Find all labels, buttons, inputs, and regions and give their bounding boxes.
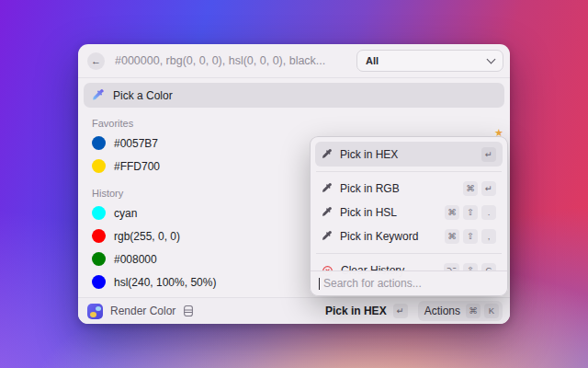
actions-button-label: Actions [424,305,460,317]
color-swatch [92,159,106,173]
color-swatch [92,136,106,150]
actions-search-input[interactable] [322,276,499,291]
eyedropper-icon [322,207,333,218]
pick-a-color-label: Pick a Color [113,89,173,102]
action-label: Pick in HSL [340,206,441,219]
action-pick-in-hsl[interactable]: Pick in HSL ⌘ ⇧ . [315,201,503,224]
actions-search-bar [311,270,507,295]
color-label: #FFD700 [114,160,160,173]
app-name-label: Render Color [110,305,175,317]
return-key-badge: ↵ [393,304,408,318]
command-key-badge: ⌘ [445,205,459,220]
shift-key-badge: ⇧ [463,229,478,244]
eyedropper-icon [322,183,333,194]
printer-icon [182,305,195,317]
period-key-badge: . [481,205,496,220]
command-key-badge: ⌘ [445,229,459,244]
render-color-app-icon [87,304,103,319]
footer-actions: Pick in HEX ↵ Actions ⌘ K [325,301,503,321]
action-pick-in-rgb[interactable]: Pick in RGB ⌘ ↵ [315,177,503,201]
color-swatch [92,275,106,289]
back-button[interactable]: ← [87,52,105,70]
search-input[interactable] [113,53,356,68]
action-label: Pick in RGB [340,182,459,195]
filter-dropdown[interactable]: All [356,50,503,72]
back-arrow-icon: ← [91,55,101,66]
header: ← All [78,44,510,78]
chevron-down-icon [487,54,496,63]
color-label: #0057B7 [114,137,158,150]
eyedropper-icon [92,89,105,102]
panel-divider [316,253,502,254]
palette-dot [90,312,96,317]
footer: Render Color Pick in HEX ↵ Actions ⌘ K [78,297,510,324]
color-label: hsl(240, 100%, 50%) [114,276,216,289]
launcher-window: ← All Pick a Color Favorites #0057B7 #FF… [78,44,510,324]
color-label: #008000 [114,253,157,266]
panel-divider [316,171,502,172]
section-title-favorites: Favorites [92,118,504,129]
color-label: cyan [114,207,137,220]
filter-dropdown-value: All [366,55,488,66]
color-label: rgb(255, 0, 0) [114,230,180,243]
color-swatch [92,206,106,220]
actions-panel: Pick in HEX ↵ Pick in RGB ⌘ ↵ Pick in HS… [310,136,508,296]
shift-key-badge: ⇧ [463,205,478,220]
return-key-badge: ↵ [481,181,496,196]
color-swatch [92,229,106,243]
action-pick-in-keyword[interactable]: Pick in Keyword ⌘ ⇧ , [315,224,503,248]
command-key-badge: ⌘ [466,304,481,318]
k-key-badge: K [484,304,499,318]
actions-button[interactable]: Actions ⌘ K [418,301,503,321]
pick-a-color-row[interactable]: Pick a Color [84,83,504,108]
action-label: Pick in HEX [340,148,478,161]
palette-dot [96,306,101,311]
text-caret [319,278,320,290]
return-key-badge: ↵ [481,147,496,162]
command-key-badge: ⌘ [463,181,478,196]
color-swatch [92,252,106,266]
action-pick-in-hex[interactable]: Pick in HEX ↵ [315,142,503,167]
comma-key-badge: , [481,229,496,244]
eyedropper-icon [322,149,333,160]
primary-action-label[interactable]: Pick in HEX [325,305,387,317]
action-label: Pick in Keyword [340,230,441,243]
eyedropper-icon [322,231,333,242]
